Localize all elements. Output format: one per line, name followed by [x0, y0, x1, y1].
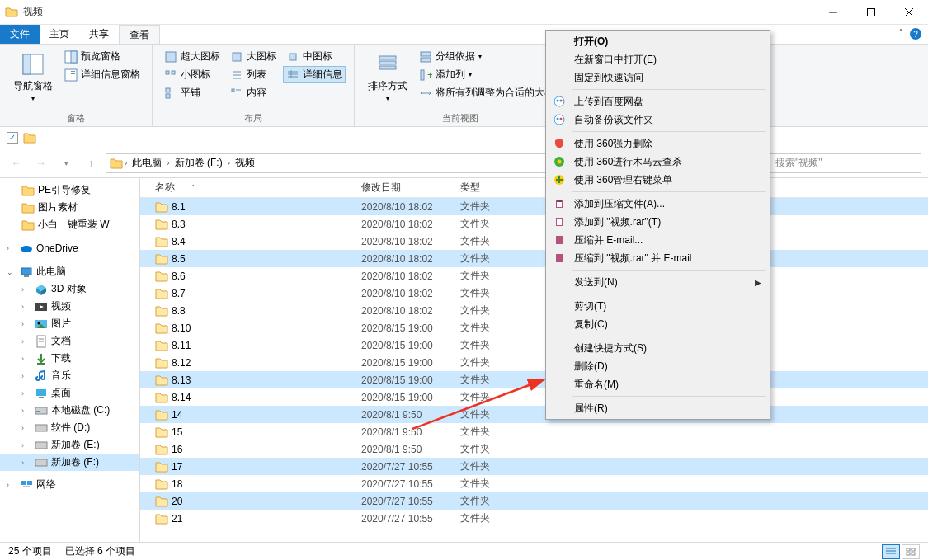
tree-fdrive[interactable]: ›新加卷 (F:)	[0, 454, 139, 471]
layout-list[interactable]: 列表	[227, 66, 280, 83]
file-row[interactable]: 152020/8/1 9:50文件夹	[140, 423, 928, 440]
details-pane-button[interactable]: 详细信息窗格	[61, 66, 144, 83]
view-details-button[interactable]	[882, 544, 900, 559]
sort-button[interactable]: 排序方式 ▾	[363, 48, 412, 106]
tree-desktop[interactable]: ›桌面	[0, 384, 139, 402]
ctx-rar-add[interactable]: 添加到压缩文件(A)...	[548, 195, 768, 213]
file-row[interactable]: 212020/7/27 10:55文件夹	[140, 510, 928, 527]
file-row[interactable]: 8.142020/8/15 19:00文件夹	[140, 388, 928, 406]
ctx-rar-addtoemail[interactable]: 压缩到 "视频.rar" 并 E-mail	[548, 249, 768, 267]
nav-pane-button[interactable]: 导航窗格 ▾	[8, 48, 58, 106]
file-row[interactable]: 8.82020/8/10 18:02文件夹	[140, 302, 928, 319]
file-row[interactable]: 162020/8/1 9:50文件夹	[140, 440, 928, 458]
ctx-open[interactable]: 打开(O)	[548, 32, 768, 50]
ctx-360-menu[interactable]: 使用 360管理右键菜单	[548, 171, 768, 189]
tree-onedrive[interactable]: ›OneDrive	[0, 240, 139, 256]
ctx-rar-email[interactable]: 压缩并 E-mail...	[548, 231, 768, 249]
select-all-checkbox[interactable]: ✓	[7, 132, 18, 144]
group-by-button[interactable]: 分组依据 ▾	[416, 48, 558, 65]
fit-cols-button[interactable]: 将所有列调整为合适的大小	[416, 84, 558, 101]
file-row[interactable]: 172020/7/27 10:55文件夹	[140, 458, 928, 475]
tree-docs[interactable]: ›文档	[0, 332, 139, 350]
chevron-down-icon[interactable]: ⌄	[7, 268, 16, 276]
layout-content[interactable]: 内容	[227, 84, 280, 101]
tree-ddrive[interactable]: ›软件 (D:)	[0, 419, 139, 436]
ctx-cut[interactable]: 剪切(T)	[548, 297, 768, 315]
ctx-baidu-upload[interactable]: 上传到百度网盘	[548, 92, 768, 111]
file-row[interactable]: 8.62020/8/10 18:02文件夹	[140, 267, 928, 285]
file-row[interactable]: 8.12020/8/10 18:02文件夹	[140, 198, 928, 215]
ctx-separator	[572, 89, 766, 90]
help-icon[interactable]: ?	[910, 28, 921, 40]
layout-details[interactable]: 详细信息	[283, 66, 346, 83]
tree-pictures[interactable]: ›图片	[0, 315, 139, 332]
tree-music[interactable]: ›音乐	[0, 367, 139, 384]
layout-xlarge[interactable]: 超大图标	[161, 48, 224, 65]
tree-pics[interactable]: 图片素材	[0, 199, 139, 216]
file-row[interactable]: 8.32020/8/10 18:02文件夹	[140, 215, 928, 233]
recent-button[interactable]: ▾	[56, 153, 76, 173]
file-row[interactable]: 8.112020/8/15 19:00文件夹	[140, 336, 928, 354]
crumb-drive[interactable]: 新加卷 (F:)	[172, 156, 226, 170]
ctx-sendto[interactable]: 发送到(N)▶	[548, 273, 768, 291]
col-name[interactable]: 名称˄	[148, 181, 355, 195]
file-name: 8.10	[172, 322, 191, 334]
tree-downloads[interactable]: ›下载	[0, 350, 139, 367]
layout-small[interactable]: 小图标	[161, 66, 224, 83]
ctx-props[interactable]: 属性(R)	[548, 399, 768, 417]
col-date[interactable]: 修改日期	[355, 181, 454, 195]
tree-pe[interactable]: PE引导修复	[0, 181, 139, 199]
ctx-rar-addto[interactable]: 添加到 "视频.rar"(T)	[548, 213, 768, 231]
chevron-right-icon[interactable]: ›	[7, 244, 16, 252]
tab-home[interactable]: 主页	[40, 25, 79, 44]
back-button[interactable]: ←	[7, 153, 26, 173]
file-row[interactable]: 8.132020/8/15 19:00文件夹	[140, 371, 928, 388]
chevron-right-icon[interactable]: ›	[228, 158, 230, 167]
file-row[interactable]: 202020/7/27 10:55文件夹	[140, 492, 928, 510]
file-row[interactable]: 8.72020/8/10 18:02文件夹	[140, 285, 928, 302]
ctx-360-scan[interactable]: 使用 360进行木马云查杀	[548, 153, 768, 171]
layout-medium[interactable]: 中图标	[283, 48, 346, 65]
ctx-baidu-backup[interactable]: 自动备份该文件夹	[548, 111, 768, 129]
file-row[interactable]: 8.52020/8/10 18:02文件夹	[140, 250, 928, 267]
preview-pane-button[interactable]: 预览窗格	[61, 48, 144, 65]
crumb-thispc[interactable]: 此电脑	[129, 156, 165, 170]
ctx-rename[interactable]: 重命名(M)	[548, 375, 768, 393]
ctx-shortcut[interactable]: 创建快捷方式(S)	[548, 339, 768, 357]
ctx-360-delete[interactable]: 使用 360强力删除	[548, 134, 768, 153]
search-input[interactable]: 搜索"视频"	[756, 153, 921, 173]
tab-share[interactable]: 共享	[79, 25, 119, 44]
layout-tiles[interactable]: 平铺	[161, 84, 224, 101]
tab-file[interactable]: 文件	[0, 25, 40, 44]
file-row[interactable]: 142020/8/1 9:50文件夹	[140, 406, 928, 423]
tab-view[interactable]: 查看	[119, 25, 160, 44]
chevron-right-icon[interactable]: ›	[125, 158, 127, 167]
collapse-ribbon-icon[interactable]: ˄	[898, 28, 903, 40]
file-row[interactable]: 8.42020/8/10 18:02文件夹	[140, 233, 928, 250]
up-button[interactable]: ↑	[81, 153, 101, 173]
col-type[interactable]: 类型	[454, 181, 520, 195]
chevron-right-icon[interactable]: ›	[167, 158, 169, 167]
crumb-folder[interactable]: 视频	[232, 156, 258, 170]
tree-3d[interactable]: ›3D 对象	[0, 280, 139, 298]
file-row[interactable]: 8.122020/8/15 19:00文件夹	[140, 354, 928, 371]
tree-edrive[interactable]: ›新加卷 (E:)	[0, 436, 139, 454]
add-col-button[interactable]: +添加列 ▾	[416, 66, 558, 83]
maximize-button[interactable]	[852, 0, 890, 25]
minimize-button[interactable]	[814, 0, 852, 25]
forward-button[interactable]: →	[31, 153, 51, 173]
close-button[interactable]	[890, 0, 928, 25]
file-row[interactable]: 182020/7/27 10:55文件夹	[140, 475, 928, 492]
ctx-pin[interactable]: 固定到快速访问	[548, 68, 768, 87]
tree-xiaobai[interactable]: 小白一键重装 W	[0, 216, 139, 233]
tree-videos[interactable]: ›视频	[0, 298, 139, 315]
ctx-copy[interactable]: 复制(C)	[548, 315, 768, 333]
tree-thispc[interactable]: ⌄此电脑	[0, 263, 139, 280]
ctx-delete[interactable]: 删除(D)	[548, 357, 768, 375]
ctx-newwindow[interactable]: 在新窗口中打开(E)	[548, 50, 768, 68]
tree-network[interactable]: ›网络	[0, 476, 139, 493]
view-icons-button[interactable]	[902, 544, 920, 559]
tree-cdrive[interactable]: ›本地磁盘 (C:)	[0, 402, 139, 419]
file-row[interactable]: 8.102020/8/15 19:00文件夹	[140, 319, 928, 336]
layout-large[interactable]: 大图标	[227, 48, 280, 65]
